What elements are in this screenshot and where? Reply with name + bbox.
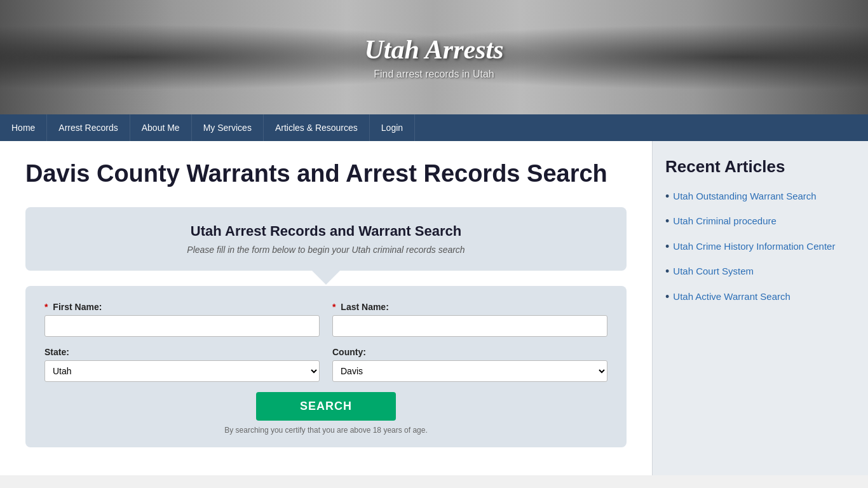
sidebar-link-active-warrant[interactable]: Utah Active Warrant Search — [673, 290, 790, 303]
site-header: Utah Arrests Find arrest records in Utah — [0, 0, 868, 114]
list-item: • Utah Crime History Information Center — [665, 240, 855, 254]
last-name-group: * Last Name: — [332, 302, 607, 337]
search-box-subtitle: Please fill in the form below to begin y… — [44, 245, 607, 255]
state-group: State: Utah Alabama Alaska Arizona — [44, 347, 320, 382]
pointer-down — [312, 271, 340, 285]
last-name-input[interactable] — [332, 315, 607, 337]
nav-item-arrest-records[interactable]: Arrest Records — [47, 114, 130, 141]
list-item: • Utah Active Warrant Search — [665, 290, 855, 304]
first-name-input[interactable] — [44, 315, 320, 337]
list-item: • Utah Criminal procedure — [665, 214, 855, 229]
search-box-title: Utah Arrest Records and Warrant Search — [44, 223, 607, 240]
recent-articles-list: • Utah Outstanding Warrant Search • Utah… — [665, 189, 855, 304]
main-layout: Davis County Warrants and Arrest Records… — [0, 141, 868, 475]
county-group: County: Davis Salt Lake Utah Weber — [332, 347, 607, 382]
first-name-label: * First Name: — [44, 302, 320, 312]
bullet-icon: • — [665, 240, 669, 254]
name-row: * First Name: * Last Name: — [44, 302, 607, 337]
nav-item-about-me[interactable]: About Me — [130, 114, 192, 141]
main-content: Davis County Warrants and Arrest Records… — [0, 141, 652, 475]
site-title: Utah Arrests — [364, 34, 503, 65]
state-select[interactable]: Utah Alabama Alaska Arizona — [44, 360, 320, 382]
sidebar-link-court-system[interactable]: Utah Court System — [673, 264, 754, 278]
nav-item-home[interactable]: Home — [0, 114, 47, 141]
last-name-label-text: Last Name: — [341, 302, 388, 312]
nav-item-articles-resources[interactable]: Articles & Resources — [264, 114, 370, 141]
last-name-label: * Last Name: — [332, 302, 607, 312]
sidebar: Recent Articles • Utah Outstanding Warra… — [652, 141, 868, 475]
search-form-area: * First Name: * Last Name: State: — [25, 286, 627, 447]
county-label: County: — [332, 347, 607, 357]
bullet-icon: • — [665, 290, 669, 304]
state-label: State: — [44, 347, 320, 357]
bullet-icon: • — [665, 214, 669, 229]
sidebar-link-outstanding-warrant[interactable]: Utah Outstanding Warrant Search — [673, 189, 816, 203]
bullet-icon: • — [665, 189, 669, 204]
nav-item-login[interactable]: Login — [370, 114, 415, 141]
location-row: State: Utah Alabama Alaska Arizona Count… — [44, 347, 607, 382]
search-button[interactable]: SEARCH — [256, 392, 396, 421]
main-navigation: Home Arrest Records About Me My Services… — [0, 114, 868, 141]
county-select[interactable]: Davis Salt Lake Utah Weber — [332, 360, 607, 382]
sidebar-link-crime-history[interactable]: Utah Crime History Information Center — [673, 240, 835, 253]
list-item: • Utah Outstanding Warrant Search — [665, 189, 855, 204]
required-star-last: * — [332, 302, 336, 312]
sidebar-link-criminal-procedure[interactable]: Utah Criminal procedure — [673, 214, 776, 227]
required-star-first: * — [44, 302, 48, 312]
site-subtitle: Find arrest records in Utah — [364, 69, 503, 80]
nav-item-my-services[interactable]: My Services — [192, 114, 264, 141]
header-content: Utah Arrests Find arrest records in Utah — [364, 34, 503, 80]
page-heading: Davis County Warrants and Arrest Records… — [25, 160, 627, 188]
first-name-label-text: First Name: — [53, 302, 102, 312]
sidebar-title: Recent Articles — [665, 157, 855, 177]
list-item: • Utah Court System — [665, 264, 855, 279]
bullet-icon: • — [665, 264, 669, 279]
first-name-group: * First Name: — [44, 302, 320, 337]
form-disclaimer: By searching you certify that you are ab… — [44, 426, 607, 435]
search-box-header: Utah Arrest Records and Warrant Search P… — [25, 207, 627, 271]
